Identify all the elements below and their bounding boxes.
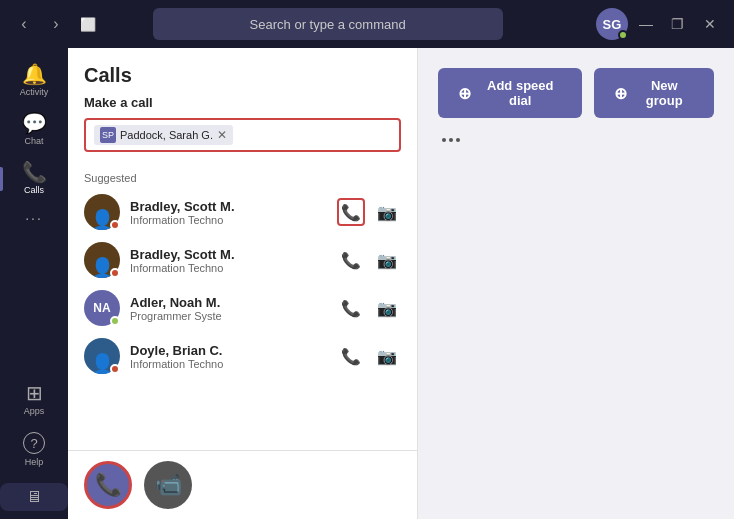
status-dot [110,220,120,230]
title-bar: ‹ › ⬜ Search or type a command SG — ❐ ✕ [0,0,734,48]
content-area: Calls Make a call SP Paddock, Sarah G. ✕… [68,48,734,519]
sidebar-label-activity: Activity [20,87,49,97]
sidebar-item-device[interactable]: 🖥 [0,483,68,511]
new-group-icon: ⊕ [614,84,627,103]
contact-info: Doyle, Brian C. Information Techno [130,343,327,370]
user-avatar[interactable]: SG [596,8,628,40]
contact-name: Adler, Noah M. [130,295,327,310]
dot1 [442,138,446,142]
status-dot [110,364,120,374]
sidebar-item-more[interactable]: ··· [0,203,68,233]
forward-button[interactable]: › [42,10,70,38]
dial-buttons-bar: 📞 📹 [68,450,417,519]
contact-info: Adler, Noah M. Programmer Syste [130,295,327,322]
search-tag: SP Paddock, Sarah G. ✕ [94,125,233,145]
contact-item[interactable]: Bradley, Scott M. Information Techno 📞 📷 [68,188,417,236]
sidebar-item-chat[interactable]: 💬 Chat [0,105,68,154]
avatar-status-dot [618,30,628,40]
sidebar-label-help: Help [25,457,44,467]
contact-actions: 📞 📷 [337,342,401,370]
phone-call-icon[interactable]: 📞 [337,246,365,274]
main-layout: 🔔 Activity 💬 Chat 📞 Calls ··· ⊞ Apps ? H… [0,48,734,519]
suggested-label: Suggested [68,164,417,188]
tag-close-button[interactable]: ✕ [217,128,227,142]
contact-item[interactable]: NA Adler, Noah M. Programmer Syste 📞 📷 [68,284,417,332]
search-bar[interactable]: Search or type a command [153,8,503,40]
sidebar-label-calls: Calls [24,185,44,195]
dot3 [456,138,460,142]
apps-icon: ⊞ [26,383,43,403]
status-dot [110,268,120,278]
phone-call-icon[interactable]: 📞 [337,198,365,226]
minimize-button[interactable]: — [632,10,660,38]
right-panel: ⊕ Add speed dial ⊕ New group [418,48,734,519]
calls-header: Calls [68,48,417,95]
sidebar-label-apps: Apps [24,406,45,416]
new-group-button[interactable]: ⊕ New group [594,68,714,118]
calls-icon: 📞 [22,162,47,182]
contact-name: Bradley, Scott M. [130,199,327,214]
nav-buttons: ‹ › ⬜ [10,10,102,38]
avatar-wrapper [84,194,120,230]
phone-call-icon[interactable]: 📞 [337,294,365,322]
more-icon: ··· [25,211,43,225]
new-group-label: New group [635,78,694,108]
avatar-initials: SG [603,17,622,32]
make-call-section: Make a call SP Paddock, Sarah G. ✕ [68,95,417,164]
make-call-title: Make a call [84,95,401,110]
sidebar: 🔔 Activity 💬 Chat 📞 Calls ··· ⊞ Apps ? H… [0,48,68,519]
status-dot [110,316,120,326]
video-call-icon[interactable]: 📷 [373,198,401,226]
sidebar-item-apps[interactable]: ⊞ Apps [0,375,68,424]
title-bar-right: SG — ❐ ✕ [596,8,724,40]
contact-item[interactable]: Doyle, Brian C. Information Techno 📞 📷 [68,332,417,380]
avatar-wrapper: NA [84,290,120,326]
add-speed-dial-icon: ⊕ [458,84,471,103]
activity-icon: 🔔 [22,64,47,84]
video-dial-button[interactable]: 📹 [144,461,192,509]
device-icon: 🖥 [26,489,42,505]
tag-initials: SP [100,127,116,143]
chat-icon: 💬 [22,113,47,133]
avatar-wrapper [84,242,120,278]
contact-dept: Information Techno [130,214,327,226]
contact-info: Bradley, Scott M. Information Techno [130,247,327,274]
help-icon: ? [23,432,45,454]
contact-dept: Programmer Syste [130,310,327,322]
contact-name: Bradley, Scott M. [130,247,327,262]
tag-name: Paddock, Sarah G. [120,129,213,141]
search-input-box[interactable]: SP Paddock, Sarah G. ✕ [84,118,401,152]
add-speed-dial-button[interactable]: ⊕ Add speed dial [438,68,582,118]
sidebar-item-help[interactable]: ? Help [0,424,68,475]
contact-info: Bradley, Scott M. Information Techno [130,199,327,226]
dot2 [449,138,453,142]
new-window-button[interactable]: ⬜ [74,10,102,38]
close-button[interactable]: ✕ [696,10,724,38]
more-options-button[interactable] [438,134,464,146]
maximize-button[interactable]: ❐ [664,10,692,38]
phone-dial-button[interactable]: 📞 [84,461,132,509]
add-speed-dial-label: Add speed dial [479,78,562,108]
search-text: Search or type a command [250,17,406,32]
contact-actions: 📞 📷 [337,294,401,322]
phone-call-icon[interactable]: 📞 [337,342,365,370]
sidebar-label-chat: Chat [24,136,43,146]
contact-actions: 📞 📷 [337,246,401,274]
sidebar-item-calls[interactable]: 📞 Calls [0,154,68,203]
video-call-icon[interactable]: 📷 [373,246,401,274]
calls-panel: Calls Make a call SP Paddock, Sarah G. ✕… [68,48,418,519]
video-call-icon[interactable]: 📷 [373,342,401,370]
contact-list: Bradley, Scott M. Information Techno 📞 📷 [68,188,417,450]
contact-item[interactable]: Bradley, Scott M. Information Techno 📞 📷 [68,236,417,284]
contact-dept: Information Techno [130,262,327,274]
back-button[interactable]: ‹ [10,10,38,38]
right-actions: ⊕ Add speed dial ⊕ New group [438,68,714,118]
sidebar-item-activity[interactable]: 🔔 Activity [0,56,68,105]
avatar-wrapper [84,338,120,374]
contact-name: Doyle, Brian C. [130,343,327,358]
contact-actions: 📞 📷 [337,198,401,226]
video-call-icon[interactable]: 📷 [373,294,401,322]
contact-dept: Information Techno [130,358,327,370]
